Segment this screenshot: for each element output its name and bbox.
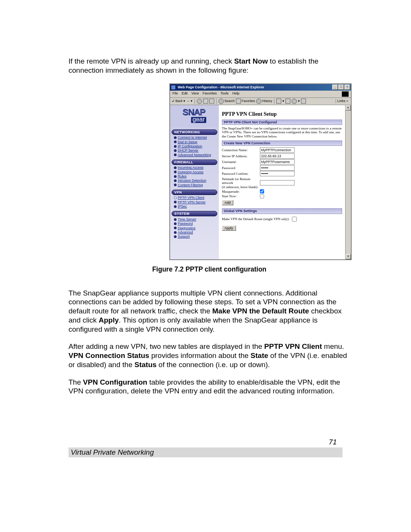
nav-item-support[interactable]: Support — [174, 235, 217, 239]
label-connection-name: Connection Name: — [222, 148, 260, 152]
nav-item-intrusion-detection[interactable]: Intrusion Detection — [174, 179, 217, 183]
menu-edit[interactable]: Edit — [182, 91, 188, 97]
intro-paragraph: If the remote VPN is already up and runn… — [68, 57, 350, 75]
menu-file[interactable]: File — [172, 91, 178, 97]
input-netmask[interactable] — [260, 180, 295, 185]
bullet-icon — [174, 218, 177, 221]
search-icon — [218, 99, 224, 104]
nav-header-vpn: VPN — [172, 190, 217, 195]
history-button[interactable]: History — [256, 99, 272, 104]
nav-item-advanced-networking[interactable]: Advanced Networking — [174, 153, 217, 157]
nav-item-dial-in-setup[interactable]: Dial In Setup — [174, 140, 217, 144]
nav-item-label: Outgoing Access — [178, 170, 204, 174]
nav-item-diagnostics[interactable]: Diagnostics — [174, 226, 217, 230]
nav-item-pptp-vpn-server[interactable]: PPTP VPN Server — [174, 200, 217, 204]
menu-tools[interactable]: Tools — [220, 91, 228, 97]
bold-text: Make VPN the Default Route — [212, 307, 309, 315]
label-masquerade: Masquerade: — [222, 190, 260, 193]
main-panel: PPTP VPN Client Setup PPTP VPN Client No… — [219, 105, 345, 259]
print-icon[interactable] — [285, 99, 290, 104]
label-password: Password: — [222, 166, 260, 170]
scroll-up-icon[interactable]: ▴ — [346, 105, 351, 110]
back-button[interactable]: ↲ Back ▾ — [172, 99, 185, 103]
label-start-now: Start Now: — [222, 194, 260, 198]
stop-icon[interactable] — [197, 99, 202, 104]
bullet-icon — [174, 153, 177, 156]
nav-item-password[interactable]: Password — [174, 222, 217, 226]
window-title: Web Page Configuration - Microsoft Inter… — [177, 85, 332, 89]
input-server-ip[interactable] — [260, 153, 295, 159]
nav-item-label: Diagnostics — [178, 226, 196, 230]
forward-button[interactable]: → ▾ — [186, 99, 193, 103]
edit-icon[interactable] — [292, 99, 297, 104]
paragraph-4: The VPN Configuration table provides the… — [68, 378, 350, 396]
label-default-route: Make VPN the Default Route (single VPN o… — [222, 217, 289, 221]
nav-item-incoming-access[interactable]: Incoming Access — [174, 166, 217, 170]
refresh-icon[interactable] — [203, 99, 208, 104]
favorites-icon — [236, 99, 241, 104]
apply-button[interactable]: Apply — [222, 225, 236, 231]
label-netmask: Netmask for Remote network (if unknown, … — [222, 177, 260, 189]
add-button[interactable]: Add — [222, 200, 233, 205]
scrollbar[interactable]: ▴ ▾ — [345, 105, 351, 259]
checkbox-masquerade[interactable] — [260, 189, 264, 193]
browser-window: Web Page Configuration - Microsoft Inter… — [169, 83, 352, 260]
footer: Virtual Private Networking — [68, 447, 342, 457]
nav-item-connect-to-internet[interactable]: Connect to Internet — [174, 136, 217, 140]
nav-item-ip-configuration[interactable]: IP Configuration — [174, 144, 217, 149]
input-password[interactable] — [260, 165, 295, 171]
sidebar: SNAP gear NETWORKINGConnect to InternetD… — [170, 105, 219, 259]
nav-item-dhcp-server[interactable]: DHCP Server — [174, 149, 217, 153]
checkbox-start-now[interactable] — [260, 194, 264, 198]
input-connection-name[interactable] — [260, 147, 295, 153]
nav-item-content-filtering[interactable]: Content Filtering — [174, 183, 217, 187]
intro-bold: Start Now — [234, 57, 268, 65]
nav-item-advanced[interactable]: Advanced — [174, 230, 217, 234]
bullet-icon — [174, 175, 177, 178]
nav-item-time-server[interactable]: Time Server — [174, 217, 217, 221]
input-username[interactable] — [260, 159, 295, 165]
menubar: File Edit View Favorites Tools Help ⊞ — [170, 91, 351, 98]
text-run: menu. — [322, 342, 344, 350]
maximize-button[interactable]: □ — [338, 85, 344, 90]
input-password-confirm[interactable] — [260, 171, 295, 176]
bullet-icon — [174, 141, 177, 143]
nav-header-networking: NETWORKING — [172, 129, 217, 135]
history-icon — [256, 99, 261, 104]
description-text: The SnapGearSOHO+ can be configured to c… — [222, 126, 342, 138]
menu-view[interactable]: View — [191, 91, 199, 97]
intro-pre: If the remote VPN is already up and runn… — [68, 57, 234, 65]
bullet-icon — [174, 231, 177, 234]
menu-help[interactable]: Help — [232, 91, 239, 97]
bold-text: PPTP VPN Client — [264, 342, 322, 350]
nav-item-outgoing-access[interactable]: Outgoing Access — [174, 170, 217, 174]
minimize-button[interactable]: _ — [332, 85, 338, 90]
bullet-icon — [174, 222, 177, 225]
home-icon[interactable] — [209, 99, 214, 104]
text-run: provides information about the — [149, 351, 250, 359]
ie-flag-icon: ⊞ — [341, 91, 349, 97]
logo-bottom: gear — [191, 117, 206, 123]
nav-item-ipsec[interactable]: IPSec — [174, 204, 217, 209]
page-heading: PPTP VPN Client Setup — [222, 111, 342, 117]
paragraph-2: The SnapGear appliance supports multiple… — [68, 289, 350, 334]
menu-favorites[interactable]: Favorites — [202, 91, 217, 97]
bullet-icon — [174, 166, 177, 169]
bullet-icon — [174, 227, 177, 229]
close-button[interactable]: × — [344, 85, 350, 90]
checkbox-default-route[interactable] — [292, 217, 297, 222]
nav-item-pptp-vpn-client[interactable]: PPTP VPN Client — [174, 196, 217, 200]
bullet-icon — [174, 145, 177, 148]
bold-text: VPN Connection Status — [68, 351, 149, 359]
mail-icon[interactable] — [276, 99, 281, 104]
label-password-confirm: Password Confirm: — [222, 172, 260, 176]
links-label[interactable]: Links » — [336, 99, 349, 103]
discuss-icon[interactable] — [301, 99, 306, 104]
nav-item-rules[interactable]: Rules — [174, 174, 217, 179]
text-run: After adding a new VPN, two new tables a… — [68, 342, 264, 350]
favorites-button[interactable]: Favorites — [236, 99, 255, 104]
scroll-down-icon[interactable]: ▾ — [346, 254, 351, 259]
nav-item-label: Time Server — [178, 217, 196, 221]
bullet-icon — [174, 136, 177, 139]
search-button[interactable]: Search — [218, 99, 235, 104]
